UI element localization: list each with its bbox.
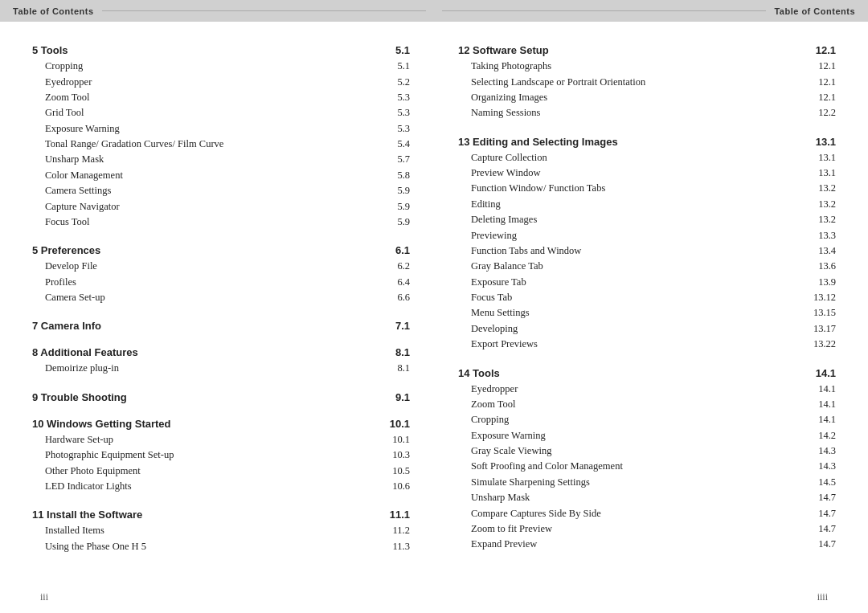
toc-section-header: 10 Windows Getting Started10.1 bbox=[32, 418, 410, 430]
toc-item-label: Function Tabs and Window bbox=[471, 243, 581, 259]
toc-item-num: 5.3 bbox=[397, 90, 410, 105]
toc-item: Exposure Tab13.9 bbox=[458, 275, 836, 290]
toc-item-num: 10.5 bbox=[392, 464, 410, 479]
toc-item-label: Color Management bbox=[45, 168, 123, 183]
toc-item-num: 14.7 bbox=[818, 521, 836, 537]
toc-section: 5 Tools5.1Cropping5.1Eyedropper5.2Zoom T… bbox=[32, 44, 410, 230]
toc-item-label: Exposure Warning bbox=[471, 428, 546, 443]
toc-item: Menu Settings13.15 bbox=[458, 305, 836, 321]
toc-item-num: 5.1 bbox=[397, 59, 410, 74]
toc-item-label: Using the Phase One H 5 bbox=[45, 539, 146, 554]
toc-item: LED Indicator Lights10.6 bbox=[32, 479, 410, 494]
header-line-right bbox=[442, 10, 766, 11]
toc-section-header: 14 Tools14.1 bbox=[458, 367, 836, 379]
toc-item-label: Cropping bbox=[45, 59, 83, 74]
toc-section-title: 5 Tools bbox=[32, 44, 68, 56]
toc-item-num: 12.2 bbox=[818, 105, 836, 121]
toc-item-num: 5.8 bbox=[397, 168, 410, 183]
toc-section-title: 9 Trouble Shooting bbox=[32, 391, 127, 403]
toc-item-label: Simulate Sharpening Settings bbox=[471, 475, 590, 490]
toc-item-label: Unsharp Mask bbox=[471, 490, 530, 505]
toc-item: Zoom Tool14.1 bbox=[458, 397, 836, 412]
toc-item-num: 12.1 bbox=[818, 75, 836, 90]
toc-item-num: 14.7 bbox=[818, 537, 836, 552]
toc-item-num: 13.2 bbox=[818, 197, 836, 212]
header-left: Table of Contents bbox=[0, 0, 434, 22]
toc-item-label: Export Previews bbox=[471, 337, 538, 352]
toc-item-num: 14.1 bbox=[818, 382, 836, 397]
toc-item-num: 14.1 bbox=[818, 397, 836, 412]
toc-item-label: Camera Set-up bbox=[45, 290, 105, 305]
toc-item-num: 13.2 bbox=[818, 212, 836, 227]
toc-section: 13 Editing and Selecting Images13.1Captu… bbox=[458, 136, 836, 353]
toc-section: 12 Software Setup12.1Taking Photographs1… bbox=[458, 44, 836, 121]
toc-item-num: 11.3 bbox=[393, 539, 410, 554]
toc-item-label: Preview Window bbox=[471, 166, 540, 181]
toc-item: Naming Sessions12.2 bbox=[458, 105, 836, 121]
toc-item-num: 14.1 bbox=[818, 412, 836, 427]
footer: iii iiii bbox=[0, 585, 868, 613]
toc-item: Installed Items11.2 bbox=[32, 523, 410, 538]
toc-item: Profiles6.4 bbox=[32, 275, 410, 290]
toc-section-num: 11.1 bbox=[390, 509, 410, 521]
toc-item: Compare Captures Side By Side14.7 bbox=[458, 506, 836, 521]
toc-section-title: 12 Software Setup bbox=[458, 44, 549, 56]
toc-item-label: Focus Tool bbox=[45, 215, 90, 230]
toc-section: 8 Additional Features8.1Demoirize plug-i… bbox=[32, 346, 410, 376]
toc-item: Zoom Tool5.3 bbox=[32, 90, 410, 105]
toc-item-num: 13.22 bbox=[813, 337, 836, 352]
toc-item-label: Soft Proofing and Color Management bbox=[471, 459, 623, 474]
toc-item: Other Photo Equipment10.5 bbox=[32, 464, 410, 479]
toc-item-label: Cropping bbox=[471, 412, 509, 427]
toc-item: Editing13.2 bbox=[458, 197, 836, 212]
toc-item: Simulate Sharpening Settings14.5 bbox=[458, 475, 836, 490]
toc-item-label: Tonal Range/ Gradation Curves/ Film Curv… bbox=[45, 137, 223, 152]
footer-left: iii bbox=[40, 591, 48, 603]
toc-item-num: 14.3 bbox=[818, 443, 836, 459]
toc-item: Photographic Equipment Set-up10.3 bbox=[32, 447, 410, 463]
toc-item-label: Exposure Tab bbox=[471, 275, 526, 290]
toc-item-num: 14.7 bbox=[818, 490, 836, 505]
toc-item: Exposure Warning14.2 bbox=[458, 428, 836, 443]
toc-section-header: 5 Preferences6.1 bbox=[32, 244, 410, 256]
toc-item-num: 11.2 bbox=[393, 523, 410, 538]
toc-item-num: 14.5 bbox=[818, 475, 836, 490]
toc-item-label: Compare Captures Side By Side bbox=[471, 506, 601, 521]
toc-section-header: 8 Additional Features8.1 bbox=[32, 346, 410, 358]
toc-item-label: Eyedropper bbox=[471, 382, 518, 397]
toc-item: Focus Tab13.12 bbox=[458, 290, 836, 305]
header-right: Table of Contents bbox=[434, 0, 868, 22]
toc-item-num: 5.4 bbox=[397, 137, 410, 152]
toc-item: Unsharp Mask14.7 bbox=[458, 490, 836, 505]
toc-item-num: 8.1 bbox=[397, 361, 410, 376]
toc-item-num: 13.15 bbox=[813, 305, 836, 321]
toc-section: 10 Windows Getting Started10.1Hardware S… bbox=[32, 418, 410, 495]
toc-item-label: Organizing Images bbox=[471, 90, 547, 105]
toc-section-header: 9 Trouble Shooting9.1 bbox=[32, 391, 410, 403]
toc-item-num: 6.4 bbox=[397, 275, 410, 290]
toc-item-num: 10.1 bbox=[392, 432, 410, 447]
toc-item: Export Previews13.22 bbox=[458, 337, 836, 352]
toc-item: Zoom to fit Preview14.7 bbox=[458, 521, 836, 537]
toc-item: Function Tabs and Window13.4 bbox=[458, 243, 836, 259]
toc-item-num: 14.7 bbox=[818, 506, 836, 521]
toc-item-num: 13.9 bbox=[818, 275, 836, 290]
toc-item-label: Gray Balance Tab bbox=[471, 259, 543, 274]
toc-item: Camera Settings5.9 bbox=[32, 183, 410, 198]
toc-item-num: 5.7 bbox=[397, 152, 410, 167]
toc-section-num: 9.1 bbox=[395, 391, 410, 403]
toc-item: Gray Scale Viewing14.3 bbox=[458, 443, 836, 459]
toc-item-num: 13.6 bbox=[818, 259, 836, 274]
toc-item-label: LED Indicator Lights bbox=[45, 479, 132, 494]
toc-section-title: 14 Tools bbox=[458, 367, 500, 379]
toc-item-label: Grid Tool bbox=[45, 105, 84, 121]
toc-section-title: 5 Preferences bbox=[32, 244, 100, 256]
toc-item: Cropping5.1 bbox=[32, 59, 410, 74]
left-column: 5 Tools5.1Cropping5.1Eyedropper5.2Zoom T… bbox=[32, 44, 434, 569]
toc-item-label: Exposure Warning bbox=[45, 121, 120, 137]
toc-item: Color Management5.8 bbox=[32, 168, 410, 183]
toc-item-num: 13.4 bbox=[818, 243, 836, 259]
toc-item-label: Taking Photographs bbox=[471, 59, 551, 74]
header-line-left bbox=[102, 10, 426, 11]
toc-item-label: Unsharp Mask bbox=[45, 152, 104, 167]
